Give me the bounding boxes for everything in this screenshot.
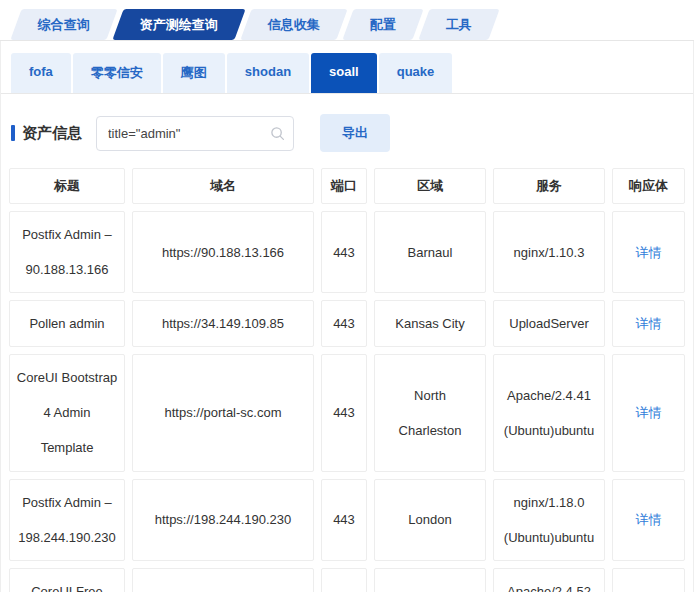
cell-region: London — [374, 479, 486, 561]
cell-domain: https://90.188.13.166 — [132, 211, 314, 293]
cell-detail: 详情 — [612, 479, 685, 561]
section-title: 资产信息 — [22, 124, 82, 143]
cell-service: nginx/1.10.3 — [493, 211, 605, 293]
cell-service: nginx/1.18.0 (Ubuntu)ubuntu — [493, 479, 605, 561]
top-nav-tab[interactable]: 综合查询 — [10, 9, 117, 40]
cell-title: Postfix Admin – 198.244.190.230 — [9, 479, 125, 561]
search-box — [96, 116, 294, 151]
search-icon[interactable] — [270, 126, 285, 141]
cell-region: Turkey — [374, 568, 486, 592]
source-tab[interactable]: soall — [311, 53, 377, 93]
cell-service: UploadServer — [493, 300, 605, 347]
cell-region: North Charleston — [374, 354, 486, 471]
source-tab[interactable]: quake — [379, 53, 453, 93]
cell-port: 443 — [321, 479, 367, 561]
detail-link[interactable]: 详情 — [636, 235, 662, 270]
top-nav-tab[interactable]: 工具 — [418, 9, 499, 40]
cell-detail: 详情 — [612, 211, 685, 293]
cell-port: 443 — [321, 354, 367, 471]
source-tab[interactable]: shodan — [227, 53, 309, 93]
content-frame: fofa零零信安鹰图shodansoallquake 资产信息 导出 标题域名端… — [0, 41, 694, 592]
source-tab[interactable]: 鹰图 — [163, 53, 225, 93]
detail-link[interactable]: 详情 — [636, 502, 662, 537]
detail-link[interactable]: 详情 — [636, 306, 662, 341]
cell-detail: 详情 — [612, 300, 685, 347]
top-nav-tab-label: 信息收集 — [268, 16, 320, 34]
cell-title: Postfix Admin – 90.188.13.166 — [9, 211, 125, 293]
cell-region: Barnaul — [374, 211, 486, 293]
top-nav-tab-label: 资产测绘查询 — [140, 16, 218, 34]
cell-title: Pollen admin — [9, 300, 125, 347]
asset-table: 标题域名端口区域服务响应体 Postfix Admin – 90.188.13.… — [1, 168, 693, 592]
cell-region: Kansas City — [374, 300, 486, 347]
table-header-cell: 响应体 — [612, 168, 685, 204]
table-header-cell: 域名 — [132, 168, 314, 204]
source-tab[interactable]: fofa — [11, 53, 71, 93]
cell-service: Apache/2.4.41 (Ubuntu)ubuntu — [493, 354, 605, 471]
search-input[interactable] — [96, 116, 294, 151]
cell-port: 443 — [321, 300, 367, 347]
table-header-cell: 区域 — [374, 168, 486, 204]
top-nav-tab[interactable]: 配置 — [342, 9, 423, 40]
top-nav: 综合查询 资产测绘查询 信息收集 配置 工具 — [0, 0, 694, 41]
cell-port: 443 — [321, 211, 367, 293]
cell-detail: 详情 — [612, 568, 685, 592]
cell-title: CoreUI Free React.js Admin — [9, 568, 125, 592]
cell-service: Apache/2.4.52 (Win64) — [493, 568, 605, 592]
export-button[interactable]: 导出 — [320, 114, 390, 152]
cell-domain: https://portal-sc.com — [132, 354, 314, 471]
cell-domain: https://213.238.181.204 — [132, 568, 314, 592]
top-nav-tab[interactable]: 信息收集 — [240, 9, 347, 40]
toolbar: 资产信息 导出 — [1, 94, 693, 168]
cell-detail: 详情 — [612, 354, 685, 471]
table-header-cell: 端口 — [321, 168, 367, 204]
top-nav-tab-label: 综合查询 — [38, 16, 90, 34]
detail-link[interactable]: 详情 — [636, 395, 662, 430]
source-tabs: fofa零零信安鹰图shodansoallquake — [1, 41, 693, 94]
cell-domain: https://34.149.109.85 — [132, 300, 314, 347]
top-nav-tab[interactable]: 资产测绘查询 — [112, 9, 245, 40]
table-header-cell: 服务 — [493, 168, 605, 204]
section-accent-bar — [11, 125, 15, 141]
top-nav-tab-label: 配置 — [370, 16, 396, 34]
table-header-cell: 标题 — [9, 168, 125, 204]
cell-domain: https://198.244.190.230 — [132, 479, 314, 561]
cell-title: CoreUI Bootstrap 4 Admin Template — [9, 354, 125, 471]
cell-port: 443 — [321, 568, 367, 592]
top-nav-tab-label: 工具 — [446, 16, 472, 34]
source-tab[interactable]: 零零信安 — [73, 53, 161, 93]
